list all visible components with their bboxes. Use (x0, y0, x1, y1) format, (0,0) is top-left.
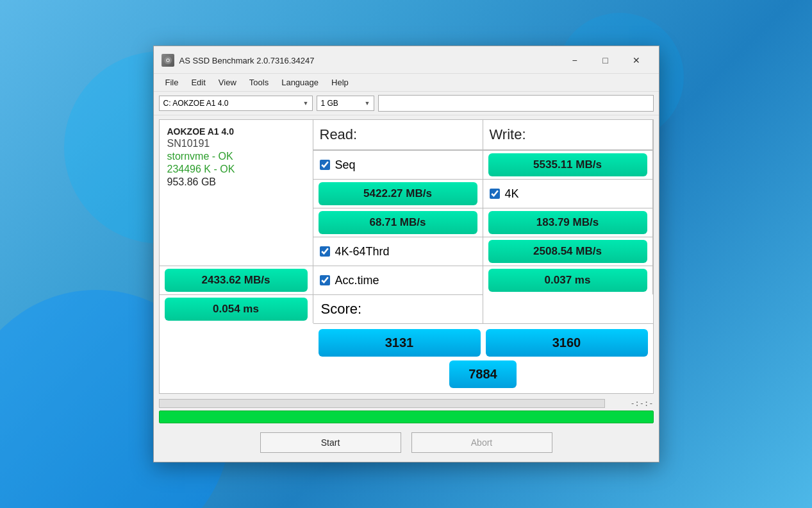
toolbar: C: AOKZOE A1 4.0 1 GB (154, 92, 659, 115)
close-button[interactable]: ✕ (622, 51, 651, 69)
benchmark-grid: AOKZOE A1 4.0 SN10191 stornvme - OK 2344… (159, 119, 654, 394)
badge-seq-read: 5535.11 MB/s (488, 153, 647, 176)
checkbox-4k64[interactable] (320, 246, 330, 257)
row-label-4k64: 4K-64Thrd (313, 237, 483, 266)
badge-4k64-write: 2433.62 MB/s (165, 269, 308, 292)
menu-edit[interactable]: Edit (185, 76, 211, 89)
checkbox-seq[interactable] (320, 160, 330, 170)
score-label: Score: (313, 294, 483, 323)
score-total: 7884 (449, 360, 517, 388)
value-4k64-read: 2508.54 MB/s (483, 237, 653, 266)
progress-green-container (159, 411, 654, 423)
value-4k-write: 183.79 MB/s (483, 208, 653, 237)
app-icon (162, 54, 174, 67)
label-acctime: Acc.time (335, 274, 379, 287)
drive-sn: SN10191 (167, 138, 305, 149)
progress-bar-timer-fill (160, 400, 604, 407)
start-button[interactable]: Start (260, 432, 401, 453)
progress-row-timer: -:-:- (159, 399, 654, 408)
progress-time: -:-:- (609, 399, 654, 408)
menu-file[interactable]: File (159, 76, 185, 89)
progress-green-fill (160, 411, 653, 423)
drive-driver: stornvme - OK (167, 151, 305, 162)
badge-acctime-write: 0.054 ms (165, 298, 308, 321)
progress-area: -:-:- (159, 396, 654, 426)
value-seq-read: 5535.11 MB/s (483, 150, 653, 179)
badge-4k-read: 68.71 MB/s (319, 211, 477, 234)
label-seq: Seq (335, 158, 356, 172)
app-window: AS SSD Benchmark 2.0.7316.34247 − □ ✕ Fi… (153, 46, 659, 462)
value-4k64-write: 2433.62 MB/s (160, 266, 313, 294)
drive-info: AOKZOE A1 4.0 SN10191 stornvme - OK 2344… (160, 120, 313, 266)
size-select[interactable]: 1 GB (317, 96, 374, 111)
score-write: 3160 (486, 329, 648, 357)
minimize-button[interactable]: − (560, 51, 590, 69)
drive-select-wrapper: C: AOKZOE A1 4.0 (159, 96, 313, 111)
drive-size-gb: 953.86 GB (167, 176, 305, 188)
score-read: 3131 (319, 329, 481, 357)
svg-point-2 (167, 60, 169, 61)
menu-view[interactable]: View (212, 76, 243, 89)
progress-bar-timer-container (159, 399, 605, 408)
drive-size-k: 234496 K - OK (167, 164, 305, 175)
label-4k: 4K (505, 187, 519, 201)
badge-4k64-read: 2508.54 MB/s (488, 240, 647, 263)
col-header-write: Write: (483, 120, 653, 150)
value-4k-read: 68.71 MB/s (313, 208, 483, 237)
buttons-row: Start Abort (159, 428, 654, 458)
menu-tools[interactable]: Tools (243, 76, 275, 89)
row-label-4k: 4K (483, 179, 653, 208)
value-seq-write: 5422.27 MB/s (313, 179, 483, 208)
badge-acctime-read: 0.037 ms (488, 269, 647, 292)
menu-language[interactable]: Language (275, 76, 325, 89)
badge-seq-write: 5422.27 MB/s (319, 182, 477, 205)
score-values: 3131 3160 7884 (313, 323, 653, 393)
badge-4k-write: 183.79 MB/s (488, 211, 647, 234)
row-label-acctime: Acc.time (313, 266, 483, 294)
menubar: File Edit View Tools Language Help (154, 74, 659, 92)
row-label-seq: Seq (313, 150, 483, 179)
checkbox-4k[interactable] (490, 189, 500, 199)
size-select-wrapper: 1 GB (317, 96, 374, 111)
checkbox-acctime[interactable] (320, 275, 330, 285)
drive-select[interactable]: C: AOKZOE A1 4.0 (159, 96, 313, 111)
maximize-button[interactable]: □ (591, 51, 620, 69)
abort-button[interactable]: Abort (411, 432, 552, 453)
window-title: AS SSD Benchmark 2.0.7316.34247 (179, 56, 560, 65)
main-content: AOKZOE A1 4.0 SN10191 stornvme - OK 2344… (154, 115, 659, 462)
titlebar: AS SSD Benchmark 2.0.7316.34247 − □ ✕ (154, 46, 659, 74)
score-top-row: 3131 3160 (319, 329, 648, 357)
menu-help[interactable]: Help (325, 76, 355, 89)
col-header-read: Read: (313, 120, 483, 150)
value-acctime-read: 0.037 ms (483, 266, 653, 294)
value-acctime-write: 0.054 ms (160, 294, 313, 323)
drive-name: AOKZOE A1 4.0 (167, 126, 305, 137)
info-field[interactable] (378, 95, 654, 112)
label-4k64: 4K-64Thrd (335, 245, 390, 258)
window-controls: − □ ✕ (560, 51, 651, 69)
